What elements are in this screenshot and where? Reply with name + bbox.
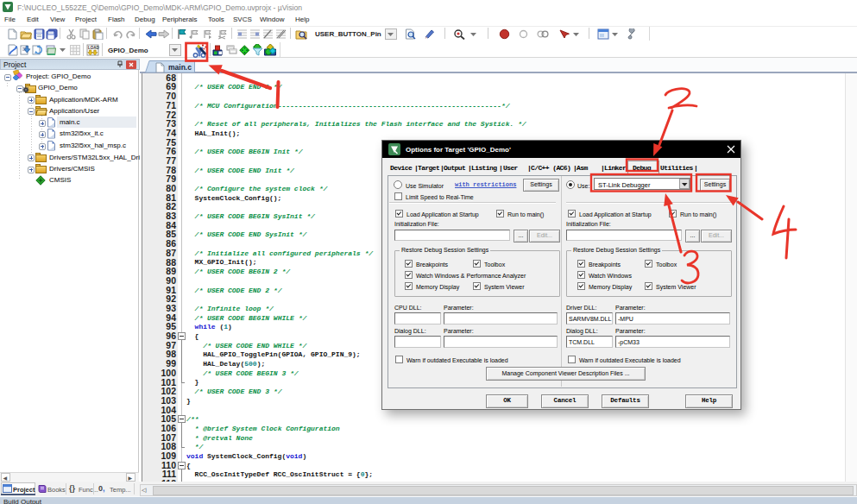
svg-text:LOAD: LOAD [88, 46, 99, 50]
